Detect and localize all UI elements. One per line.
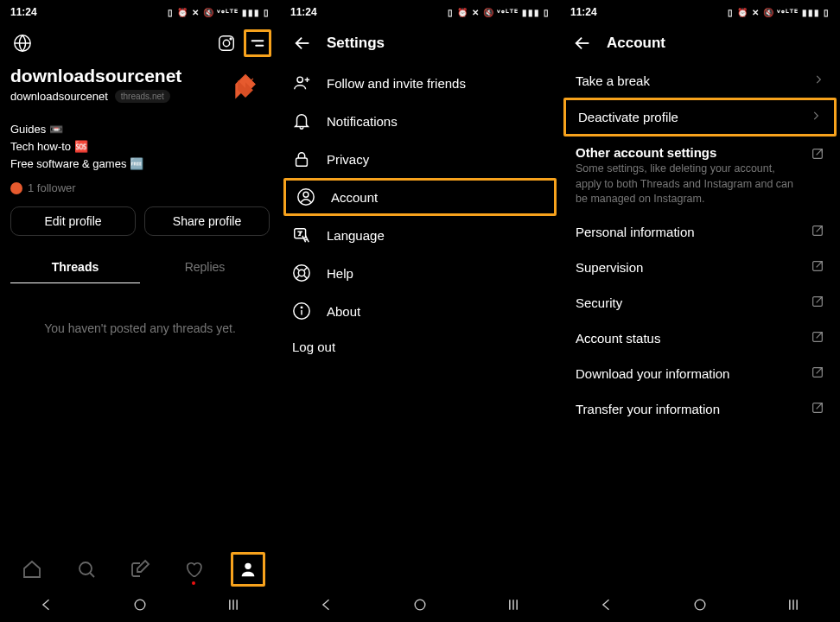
clock: 11:24	[10, 6, 37, 18]
account-item-transfer[interactable]: Transfer your information	[560, 391, 840, 427]
followers[interactable]: 1 follower	[10, 181, 270, 194]
avatar[interactable]	[221, 64, 270, 112]
sys-back-icon[interactable]	[318, 596, 335, 617]
account-label: Security	[576, 295, 622, 310]
account-label: Transfer your information	[576, 402, 720, 416]
svg-rect-17	[296, 158, 308, 166]
settings-screen: 11:24 ▯ ⏰ ✕ 🔇 ᵛᵒᴸᵀᴱ ▮▮▮ ▯ Settings Follo…	[280, 0, 560, 622]
account-item-supervision[interactable]: Supervision	[560, 250, 840, 285]
sys-home-icon[interactable]	[411, 596, 429, 617]
svg-point-2	[223, 40, 229, 46]
clock: 11:24	[570, 6, 597, 18]
account-label: Personal information	[576, 225, 695, 239]
handle: downloadsourcenet	[10, 90, 108, 103]
sys-recent-icon[interactable]	[225, 596, 242, 617]
external-link-icon[interactable]	[811, 136, 840, 164]
info-icon	[292, 301, 311, 321]
follower-avatar-icon	[10, 182, 22, 194]
account-icon	[296, 187, 315, 206]
system-nav	[280, 591, 560, 622]
sys-back-icon[interactable]	[38, 596, 55, 617]
tab-threads[interactable]: Threads	[10, 251, 140, 283]
account-item-deactivate[interactable]: Deactivate profile	[563, 98, 837, 136]
settings-label: Account	[331, 190, 378, 205]
status-icons: ▯ ⏰ ✕ 🔇 ᵛᵒᴸᵀᴱ ▮▮▮ ▯	[168, 8, 270, 17]
settings-label: Help	[327, 266, 353, 281]
account-label: Download your information	[576, 366, 729, 381]
sys-home-icon[interactable]	[131, 596, 149, 617]
tab-replies[interactable]: Replies	[140, 251, 270, 283]
settings-label: About	[327, 304, 360, 319]
external-link-icon	[811, 295, 824, 311]
settings-label: Notifications	[327, 114, 398, 129]
domain-pill[interactable]: threads.net	[115, 90, 170, 103]
svg-point-22	[298, 270, 304, 276]
account-screen: 11:24 ▯ ⏰ ✕ 🔇 ᵛᵒᴸᵀᴱ ▮▮▮ ▯ Account Take a…	[560, 0, 840, 622]
home-icon[interactable]	[15, 552, 49, 587]
settings-item-logout[interactable]: Log out	[280, 330, 560, 364]
settings-item-account[interactable]: Account	[283, 178, 557, 216]
sys-home-icon[interactable]	[691, 596, 709, 617]
chevron-right-icon	[812, 73, 824, 88]
external-link-icon	[811, 365, 824, 382]
share-profile-button[interactable]: Share profile	[144, 206, 270, 236]
compose-icon[interactable]	[123, 552, 157, 587]
status-bar: 11:24 ▯ ⏰ ✕ 🔇 ᵛᵒᴸᵀᴱ ▮▮▮ ▯	[560, 0, 840, 24]
system-nav	[0, 591, 280, 622]
sys-recent-icon[interactable]	[785, 596, 802, 617]
external-link-icon	[811, 330, 824, 346]
account-item-take-break[interactable]: Take a break	[560, 64, 840, 98]
menu-icon[interactable]	[244, 29, 271, 57]
settings-item-help[interactable]: Help	[280, 254, 560, 292]
settings-label: Privacy	[327, 152, 369, 167]
status-icons: ▯ ⏰ ✕ 🔇 ᵛᵒᴸᵀᴱ ▮▮▮ ▯	[728, 8, 830, 17]
svg-line-23	[296, 268, 300, 271]
svg-line-24	[304, 276, 308, 279]
empty-message: You haven't posted any threads yet.	[10, 321, 270, 335]
svg-point-9	[135, 600, 145, 610]
instagram-icon[interactable]	[214, 31, 239, 55]
sys-back-icon[interactable]	[598, 596, 615, 617]
edit-profile-button[interactable]: Edit profile	[10, 206, 136, 236]
search-icon[interactable]	[69, 552, 104, 587]
svg-line-26	[296, 276, 300, 279]
help-icon	[292, 263, 311, 282]
page-title: Account	[607, 35, 665, 52]
svg-point-6	[80, 562, 92, 574]
other-settings-description: Some settings, like deleting your accoun…	[560, 162, 811, 214]
back-icon[interactable]	[292, 33, 313, 54]
settings-label: Follow and invite friends	[327, 76, 466, 91]
sys-recent-icon[interactable]	[505, 596, 522, 617]
account-item-security[interactable]: Security	[560, 285, 840, 321]
bio: Guides 📼 Tech how-to 🆘 Free software & g…	[10, 121, 270, 173]
settings-label: Log out	[292, 340, 335, 354]
svg-point-3	[230, 38, 232, 40]
svg-line-7	[90, 573, 94, 577]
account-item-personal[interactable]: Personal information	[560, 214, 840, 250]
invite-icon	[292, 73, 311, 92]
back-icon[interactable]	[572, 33, 593, 54]
globe-icon[interactable]	[10, 31, 35, 55]
clock: 11:24	[290, 6, 317, 18]
settings-item-language[interactable]: Language	[280, 216, 560, 254]
status-bar: 11:24 ▯ ⏰ ✕ 🔇 ᵛᵒᴸᵀᴱ ▮▮▮ ▯	[0, 0, 280, 24]
account-item-status[interactable]: Account status	[560, 321, 840, 356]
profile-screen: 11:24 ▯ ⏰ ✕ 🔇 ᵛᵒᴸᵀᴱ ▮▮▮ ▯ downloadsource…	[0, 0, 280, 622]
svg-point-14	[297, 77, 302, 82]
chevron-right-icon	[810, 110, 822, 124]
settings-item-privacy[interactable]: Privacy	[280, 140, 560, 178]
account-item-download[interactable]: Download your information	[560, 356, 840, 391]
account-label: Deactivate profile	[578, 110, 678, 124]
settings-item-about[interactable]: About	[280, 292, 560, 330]
external-link-icon	[811, 224, 824, 240]
settings-item-notifications[interactable]: Notifications	[280, 102, 560, 140]
account-label: Take a break	[576, 73, 650, 88]
settings-label: Language	[327, 228, 385, 243]
profile-icon[interactable]	[231, 552, 265, 587]
svg-point-42	[695, 600, 705, 610]
system-nav	[560, 591, 840, 622]
activity-icon[interactable]	[176, 552, 211, 587]
settings-item-invite[interactable]: Follow and invite friends	[280, 64, 560, 102]
page-title: Settings	[327, 35, 385, 52]
svg-point-8	[245, 563, 251, 569]
